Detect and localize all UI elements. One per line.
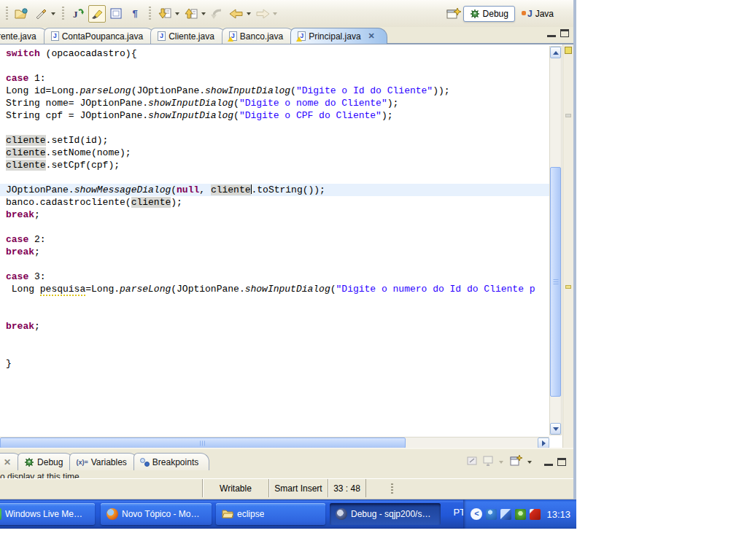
tab-principal[interactable]: J Principal.java ✕ (290, 28, 387, 44)
code-line[interactable] (0, 332, 549, 345)
open-file-button[interactable] (13, 5, 31, 23)
code-line[interactable]: cliente.setCpf(cpf); (0, 159, 549, 171)
horizontal-scroll-thumb[interactable] (0, 438, 406, 448)
view-tab-breakpoints[interactable]: Breakpoints (133, 453, 209, 470)
java-scrapbook-button[interactable]: J (69, 5, 87, 23)
code-line[interactable] (0, 221, 549, 233)
show-display-icon[interactable] (482, 456, 494, 469)
code-line[interactable]: Long pesquisa=Long.parseLong(JOptionPane… (0, 283, 549, 295)
scroll-up-button[interactable] (550, 47, 561, 58)
minimize-icon[interactable] (544, 458, 553, 466)
code-line[interactable]: cliente.setId(id); (0, 134, 549, 147)
new-view-icon[interactable] (510, 455, 522, 469)
code-line[interactable]: banco.cadastrocliente(cliente); (0, 196, 549, 209)
code-line[interactable]: case 1: (0, 72, 549, 85)
java-file-warning-icon: J (229, 31, 237, 41)
code-line[interactable]: JOptionPane.showMessageDialog(null, clie… (0, 184, 549, 196)
code-line[interactable]: String cpf = JOptionPane.showInputDialog… (0, 109, 549, 122)
ruler-warning-line-marker[interactable] (565, 285, 571, 289)
taskbar-button-messenger[interactable]: Windows Live Messen... (0, 503, 95, 525)
code-line[interactable]: Long id=Long.parseLong(JOptionPane.showI… (0, 85, 549, 97)
forward-dropdown[interactable] (273, 12, 277, 15)
code-line[interactable] (0, 308, 549, 320)
last-edit-location-button[interactable] (209, 5, 226, 23)
scroll-right-button[interactable] (538, 438, 549, 448)
open-file-icon (15, 8, 29, 20)
taskbar-button-eclipse-debug[interactable]: Debug - sqjp200/src/... (330, 503, 441, 525)
ruler-occurrence-marker[interactable] (565, 114, 571, 117)
code-line[interactable]: case 3: (0, 271, 549, 283)
display-tray-icon[interactable] (500, 509, 511, 520)
code-line[interactable]: break; (0, 246, 549, 258)
toolbar-grip[interactable] (62, 7, 64, 21)
run-dropdown-arrow[interactable] (51, 12, 55, 15)
bug-icon (470, 9, 480, 19)
forward-button[interactable] (254, 5, 271, 23)
block-selection-button[interactable] (107, 5, 125, 23)
perspective-debug-button[interactable]: Debug (463, 6, 515, 22)
ruler-warning-marker[interactable] (565, 47, 572, 54)
tab-banco[interactable]: J Banco.java (222, 28, 295, 44)
java-file-warning-icon: J (298, 31, 306, 41)
code-line[interactable] (0, 60, 549, 72)
tab-contapoupanca[interactable]: J ContaPoupanca.java (44, 28, 155, 44)
code-line[interactable] (0, 295, 549, 308)
back-dropdown[interactable] (247, 12, 251, 15)
view-toolbar (466, 455, 566, 469)
code-line[interactable] (0, 122, 549, 134)
java-file-icon: J (51, 31, 59, 41)
toolbar-grip[interactable] (6, 7, 8, 21)
previous-annotation-dropdown[interactable] (201, 12, 206, 15)
back-button[interactable] (228, 5, 245, 23)
status-grip (391, 483, 393, 494)
code-line[interactable] (0, 171, 549, 184)
antivirus-green-icon[interactable] (515, 509, 526, 520)
code-line[interactable]: String nome= JOptionPane.showInputDialog… (0, 97, 549, 109)
open-perspective-button[interactable] (445, 5, 462, 23)
code-line[interactable] (0, 345, 549, 357)
show-hidden-icon[interactable]: < (471, 508, 482, 520)
new-view-dropdown[interactable] (527, 461, 532, 464)
show-whitespace-button[interactable]: ¶ (126, 5, 144, 23)
minimize-icon[interactable] (547, 29, 556, 37)
code-line[interactable]: cliente.setNome(nome); (0, 147, 549, 159)
view-tab-debug[interactable]: Debug (18, 453, 74, 470)
code-line[interactable]: case 2: (0, 233, 549, 246)
close-x-icon[interactable]: ✕ (4, 457, 11, 467)
code-editor: switch (opcaocadastro){case 1:Long id=Lo… (0, 44, 576, 448)
overview-ruler[interactable] (562, 44, 573, 448)
perspective-java-button[interactable]: J Java (515, 6, 560, 22)
view-tab-variables[interactable]: (x)= Variables (69, 453, 137, 470)
taskbar-button-eclipse-folder[interactable]: eclipse (216, 503, 325, 525)
close-tab-icon[interactable]: ✕ (368, 31, 375, 41)
previous-annotation-button[interactable] (182, 5, 200, 23)
show-whitespace-icon: ¶ (132, 8, 137, 19)
taskbar-button-firefox[interactable]: Novo Tópico - Mozilla ... (101, 503, 212, 525)
tab-contacorrente[interactable]: rrente.java (0, 28, 49, 44)
avira-red-icon[interactable] (530, 509, 541, 520)
messenger-tray-icon[interactable] (486, 509, 497, 520)
code-line[interactable] (0, 258, 549, 271)
code-line[interactable]: } (0, 357, 549, 370)
pin-view-icon[interactable] (466, 456, 478, 469)
windows-taskbar: Windows Live Messen... Novo Tópico - Moz… (0, 499, 576, 529)
code-line[interactable]: break; (0, 209, 549, 221)
vertical-scrollbar[interactable] (549, 46, 562, 435)
vertical-scroll-thumb[interactable] (550, 167, 561, 397)
next-annotation-button[interactable] (156, 5, 174, 23)
status-writable: Writable (202, 479, 268, 497)
scroll-down-button[interactable] (550, 423, 561, 435)
horizontal-scrollbar[interactable] (0, 437, 549, 448)
maximize-icon[interactable] (557, 458, 566, 466)
tab-cliente[interactable]: J Cliente.java (150, 28, 227, 44)
code-area[interactable]: switch (opcaocadastro){case 1:Long id=Lo… (0, 44, 549, 437)
maximize-icon[interactable] (560, 29, 569, 37)
code-line[interactable]: switch (opcaocadastro){ (0, 47, 549, 60)
folder-icon (222, 508, 233, 521)
toolbar-grip[interactable] (149, 7, 151, 21)
next-annotation-dropdown[interactable] (175, 12, 179, 15)
run-external-tool-button[interactable] (32, 5, 50, 23)
display-dropdown[interactable] (499, 461, 503, 464)
code-line[interactable]: break; (0, 320, 549, 332)
mark-occurrences-toggle[interactable] (88, 5, 106, 23)
